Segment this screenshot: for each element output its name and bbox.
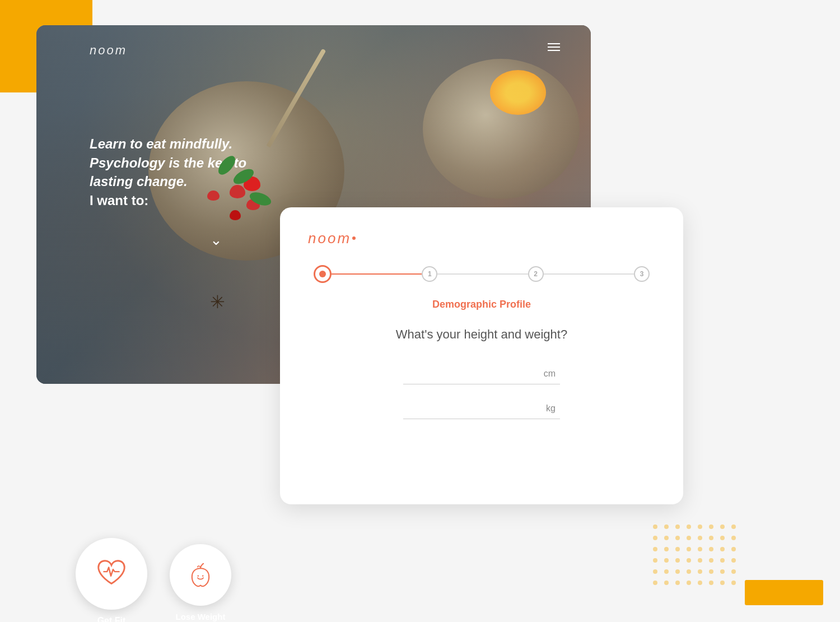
progress-bar: 1 2 3 xyxy=(308,265,655,283)
svg-point-35 xyxy=(664,569,669,574)
svg-point-30 xyxy=(698,558,702,563)
svg-point-48 xyxy=(720,581,725,585)
svg-point-12 xyxy=(675,536,680,540)
svg-point-32 xyxy=(720,558,725,563)
menu-line-2 xyxy=(548,47,560,48)
svg-point-19 xyxy=(664,547,669,551)
svg-point-40 xyxy=(720,569,725,574)
goal-get-fit[interactable]: Get Fit For Good xyxy=(76,538,147,622)
svg-point-47 xyxy=(709,581,713,585)
star-anise: ✳ xyxy=(210,291,230,311)
orange-slice xyxy=(490,70,546,115)
svg-point-3 xyxy=(664,524,669,529)
svg-point-9 xyxy=(731,524,736,529)
height-unit-label: cm xyxy=(544,369,556,379)
svg-point-17 xyxy=(731,536,736,540)
step-0-dot xyxy=(319,271,326,277)
dots-pattern xyxy=(650,521,739,594)
svg-point-21 xyxy=(687,547,691,551)
svg-point-18 xyxy=(653,547,657,551)
svg-point-8 xyxy=(720,524,725,529)
svg-point-14 xyxy=(698,536,702,540)
hamburger-menu-button[interactable] xyxy=(548,43,560,51)
svg-point-6 xyxy=(698,524,702,529)
svg-point-24 xyxy=(720,547,725,551)
height-input[interactable] xyxy=(403,363,560,384)
svg-point-39 xyxy=(709,569,713,574)
svg-point-7 xyxy=(709,524,713,529)
svg-point-2 xyxy=(653,524,657,529)
heart-pulse-icon xyxy=(94,556,129,591)
svg-point-29 xyxy=(687,558,691,563)
svg-point-15 xyxy=(709,536,713,540)
svg-point-10 xyxy=(653,536,657,540)
weight-input-wrapper: kg xyxy=(403,398,560,419)
apple-icon xyxy=(185,560,216,590)
weight-input[interactable] xyxy=(403,398,560,419)
measurement-inputs: cm kg xyxy=(308,363,655,419)
card-logo: noom xyxy=(90,43,127,58)
goal-lose-weight[interactable]: Lose Weight For Good xyxy=(170,544,231,622)
goal-get-fit-circle xyxy=(76,538,147,610)
svg-point-27 xyxy=(664,558,669,563)
svg-point-38 xyxy=(698,569,702,574)
svg-point-1 xyxy=(202,575,204,577)
svg-point-46 xyxy=(698,581,702,585)
menu-line-3 xyxy=(548,50,560,51)
progress-step-3: 3 xyxy=(634,266,650,282)
hero-line1: Learn to eat mindfully. xyxy=(90,134,280,154)
svg-point-25 xyxy=(731,547,736,551)
svg-point-4 xyxy=(675,524,680,529)
dots-svg xyxy=(650,521,739,594)
goal-lose-weight-label: Lose Weight For Good xyxy=(176,611,226,622)
form-logo: noom xyxy=(308,230,655,247)
svg-point-44 xyxy=(675,581,680,585)
svg-point-41 xyxy=(731,569,736,574)
svg-point-45 xyxy=(687,581,691,585)
progress-step-2: 2 xyxy=(528,266,544,282)
svg-point-49 xyxy=(731,581,736,585)
menu-line-1 xyxy=(548,43,560,44)
height-input-wrapper: cm xyxy=(403,363,560,384)
svg-point-5 xyxy=(687,524,691,529)
step-line-0-1 xyxy=(332,273,422,275)
svg-point-22 xyxy=(698,547,702,551)
svg-point-16 xyxy=(720,536,725,540)
svg-point-34 xyxy=(653,569,657,574)
svg-point-28 xyxy=(675,558,680,563)
logo-dot xyxy=(352,236,356,240)
svg-point-33 xyxy=(731,558,736,563)
svg-point-13 xyxy=(687,536,691,540)
form-card: noom 1 2 3 Demographic Profile What's yo… xyxy=(280,207,683,504)
svg-point-37 xyxy=(687,569,691,574)
goal-lose-weight-circle xyxy=(170,544,231,606)
svg-point-36 xyxy=(675,569,680,574)
berry-5 xyxy=(230,210,241,220)
step-line-1-2 xyxy=(437,273,528,275)
svg-point-26 xyxy=(653,558,657,563)
progress-step-1: 1 xyxy=(422,266,437,282)
svg-point-42 xyxy=(653,581,657,585)
svg-point-20 xyxy=(675,547,680,551)
svg-point-31 xyxy=(709,558,713,563)
chevron-down-icon[interactable]: ⌄ xyxy=(210,231,222,249)
progress-step-0 xyxy=(314,265,332,283)
svg-point-43 xyxy=(664,581,669,585)
svg-point-23 xyxy=(709,547,713,551)
goal-get-fit-label: Get Fit For Good xyxy=(91,615,132,622)
svg-point-11 xyxy=(664,536,669,540)
question-text: What's your height and weight? xyxy=(308,327,655,342)
section-label: Demographic Profile xyxy=(308,299,655,310)
weight-unit-label: kg xyxy=(546,403,556,414)
yellow-accent-bottomright xyxy=(745,580,823,605)
step-line-2-3 xyxy=(544,273,634,275)
svg-point-0 xyxy=(198,575,199,577)
